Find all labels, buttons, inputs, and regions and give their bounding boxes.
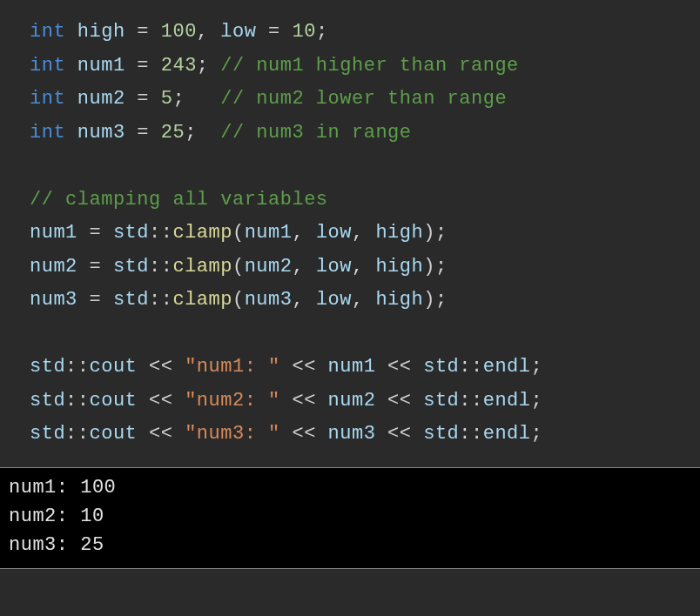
comment: // num3 in range	[220, 122, 411, 144]
output-line: num3: 25	[9, 531, 691, 559]
identifier: num2	[30, 256, 77, 278]
function-call: clamp	[172, 289, 232, 311]
string-literal: "num2: "	[185, 390, 280, 412]
code-line: int num3 = 25; // num3 in range	[30, 117, 700, 151]
blank-line	[30, 318, 700, 352]
code-line: num2 = std::clamp(num2, low, high);	[30, 251, 700, 285]
code-editor: int high = 100, low = 10; int num1 = 243…	[0, 0, 700, 467]
number-literal: 243	[161, 55, 197, 77]
keyword-int: int	[30, 122, 65, 144]
keyword-int: int	[30, 88, 65, 110]
identifier: num1	[77, 55, 125, 77]
comment: // clamping all variables	[30, 189, 328, 211]
code-line: std::cout << "num3: " << num3 << std::en…	[30, 418, 700, 452]
output-line: num1: 100	[9, 473, 691, 502]
function-call: clamp	[172, 256, 232, 278]
keyword-int: int	[30, 55, 65, 77]
identifier: num2	[77, 88, 125, 110]
code-line: // clamping all variables	[30, 184, 700, 218]
comment: // num1 higher than range	[220, 55, 519, 77]
code-line: int num2 = 5; // num2 lower than range	[30, 83, 700, 117]
identifier: num1	[30, 222, 77, 244]
code-line: int num1 = 243; // num1 higher than rang…	[30, 50, 700, 84]
number-literal: 5	[161, 88, 173, 110]
identifier: low	[220, 21, 256, 43]
code-line: std::cout << "num2: " << num2 << std::en…	[30, 385, 700, 418]
output-line: num2: 10	[9, 502, 691, 531]
code-line: int high = 100, low = 10;	[30, 16, 700, 50]
identifier: high	[77, 21, 125, 43]
identifier: num3	[30, 289, 77, 311]
comment: // num2 lower than range	[220, 88, 507, 110]
string-literal: "num3: "	[185, 423, 280, 445]
identifier: num3	[77, 122, 125, 144]
number-literal: 10	[292, 21, 315, 43]
function-call: clamp	[172, 222, 232, 244]
code-line: num1 = std::clamp(num1, low, high);	[30, 217, 700, 251]
terminal-output: num1: 100 num2: 10 num3: 25	[0, 467, 700, 569]
keyword-int: int	[30, 21, 65, 43]
code-line: num3 = std::clamp(num3, low, high);	[30, 284, 700, 318]
blank-line	[30, 150, 700, 184]
number-literal: 100	[161, 21, 197, 43]
code-line: std::cout << "num1: " << num1 << std::en…	[30, 351, 700, 385]
string-literal: "num1: "	[185, 356, 280, 378]
number-literal: 25	[161, 122, 185, 144]
